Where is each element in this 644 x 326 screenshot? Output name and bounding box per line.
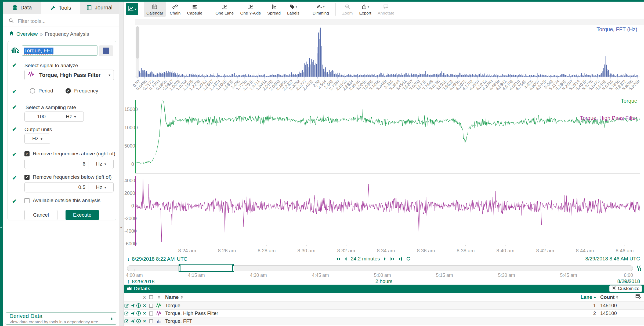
toolbar-button-capsule[interactable]: Capsule	[184, 2, 205, 17]
collapse-sidebar-icon[interactable]: «	[120, 225, 123, 229]
hpf-chart[interactable]	[135, 176, 640, 246]
cancel-button[interactable]: Cancel	[24, 210, 57, 220]
range-start-timezone[interactable]: UTC	[177, 256, 187, 262]
select-all-checkbox[interactable]	[149, 295, 153, 299]
period-radio[interactable]	[30, 88, 35, 94]
display-range-end[interactable]: 8/29/2018 8:46 AM UTC	[585, 256, 640, 262]
edit-item-icon[interactable]	[124, 319, 130, 324]
collapse-left-rail-icon[interactable]: «	[0, 225, 3, 229]
chevron-right-icon: ›	[110, 314, 113, 323]
range-end-timezone[interactable]: UTC	[629, 256, 640, 262]
range-handle-left[interactable]	[179, 264, 180, 272]
refresh-icon[interactable]	[406, 257, 411, 261]
step-back-half-icon[interactable]	[344, 257, 347, 261]
remove-item-icon[interactable]: ×	[142, 311, 147, 315]
send-item-icon[interactable]	[130, 303, 136, 308]
toolbar-button-chain[interactable]: Chain	[167, 2, 183, 17]
toolbar-button-label: Spread	[267, 11, 281, 16]
remove-item-icon[interactable]: ×	[142, 304, 147, 307]
available-outside-checkbox[interactable]	[24, 198, 30, 203]
frequency-radio-checked[interactable]: ✔	[66, 88, 71, 94]
step-forward-full-icon[interactable]	[390, 257, 395, 261]
send-item-icon[interactable]	[130, 311, 136, 316]
result-name-input[interactable]: Torque, FFT	[22, 45, 97, 56]
item-checkbox[interactable]	[149, 311, 153, 316]
sampling-rate-label: Select a sampling rate	[26, 105, 76, 110]
tab-data[interactable]: Data	[3, 2, 41, 14]
item-info-icon[interactable]	[136, 319, 142, 324]
time-axis-label: 8:40 am	[497, 248, 515, 254]
item-info-icon[interactable]	[136, 311, 142, 316]
step-forward-half-icon[interactable]	[384, 257, 386, 261]
edit-item-icon[interactable]	[124, 311, 130, 316]
toolbar-button-one-lane[interactable]: One Lane	[213, 2, 236, 17]
toolbar-button-calendar[interactable]: Calendar	[144, 2, 166, 17]
item-name[interactable]: Torque, FFT	[165, 318, 192, 324]
range-duration[interactable]: 24.2 minutes	[351, 256, 380, 262]
derived-data-card[interactable]: Derived Data View data created by tools …	[5, 312, 117, 325]
timeline-end-date[interactable]: 8/29/2018	[617, 278, 640, 284]
chain-icon	[172, 4, 178, 10]
item-checkbox[interactable]	[149, 304, 153, 308]
range-handle-right[interactable]	[232, 264, 234, 272]
onelane-icon	[222, 4, 227, 10]
timeline-tick-label: 5:15 am	[436, 273, 453, 278]
color-picker-button[interactable]	[99, 45, 113, 56]
signal-select-dropdown[interactable]: Torque, High Pass Filter ▾	[24, 70, 114, 80]
sort-by-count-icon[interactable]	[616, 296, 618, 299]
breadcrumb-overview[interactable]: Overview	[16, 31, 38, 37]
customize-button[interactable]: Customize	[609, 285, 642, 292]
count-column-header[interactable]: Count	[600, 294, 614, 300]
torque-chart[interactable]	[135, 100, 640, 174]
remove-above-checkbox-checked[interactable]: ✔	[24, 151, 30, 156]
step-check-icon: ✔	[12, 62, 17, 69]
edit-item-icon[interactable]	[124, 303, 130, 308]
breadcrumb-current: Frequency Analysis	[45, 31, 89, 37]
chart-toolbar: ▾ CalendarChainCapsuleOne LaneOne Y-Axis…	[124, 2, 644, 18]
remove-above-input[interactable]: 6	[24, 159, 89, 169]
filter-tools-search[interactable]: Filter tools...	[3, 17, 119, 27]
remove-above-unit-select[interactable]: Hz▾	[89, 159, 114, 169]
step-to-end-icon[interactable]	[399, 257, 402, 261]
lane-column-header[interactable]: Lane	[581, 294, 592, 300]
home-icon[interactable]	[9, 31, 14, 37]
details-row-torque[interactable]: ×Torque1145100	[124, 302, 644, 310]
toolbar-button-dimming[interactable]: ▾Dimming	[310, 2, 332, 17]
toolbar-button-one-y-axis[interactable]: One Y-Axis	[237, 2, 263, 17]
details-row-torque-fft[interactable]: ×Torque, FFT	[124, 317, 644, 325]
sort-by-type-icon[interactable]	[158, 296, 160, 299]
sampling-rate-input[interactable]: 100	[24, 112, 58, 122]
item-name[interactable]: Torque, High Pass Filter	[165, 310, 218, 316]
execute-button[interactable]: Execute	[66, 210, 99, 220]
panel-divider[interactable]: «	[119, 2, 124, 326]
range-selection-box[interactable]	[179, 264, 234, 272]
output-units-select[interactable]: Hz▾	[24, 134, 50, 144]
view-selector-button[interactable]: ▾	[126, 3, 138, 15]
sort-by-name-icon[interactable]	[181, 296, 183, 299]
item-info-icon[interactable]	[136, 303, 142, 308]
range-track[interactable]	[127, 265, 633, 271]
display-range-start[interactable]: ↓ 8/29/2018 8:22 AM UTC	[127, 256, 187, 262]
remove-below-unit-select[interactable]: Hz▾	[89, 182, 114, 192]
toolbar-button-spread[interactable]: Spread	[265, 2, 283, 17]
item-name[interactable]: Torque	[165, 303, 180, 309]
sampling-unit-select[interactable]: Hz▾	[58, 112, 84, 122]
fft-chart[interactable]	[135, 25, 640, 79]
details-row-torque-high-pass-filter[interactable]: ×Torque, High Pass Filter2145100	[124, 310, 644, 317]
name-column-header[interactable]: Name	[165, 294, 179, 300]
toolbar-button-export[interactable]: ▾Export	[357, 2, 374, 17]
auto-update-icon[interactable]	[636, 265, 642, 273]
tab-journal[interactable]: Journal	[80, 2, 119, 14]
add-column-icon[interactable]	[635, 294, 641, 300]
remove-item-icon[interactable]: ×	[142, 319, 147, 323]
remove-below-checkbox-checked[interactable]: ✔	[24, 175, 30, 180]
toolbar-button-labels[interactable]: ▾Labels	[284, 2, 302, 17]
remove-below-input[interactable]: 0.5	[24, 182, 89, 192]
remove-below-label: Remove frequencies below (left of)	[33, 174, 112, 180]
send-item-icon[interactable]	[130, 319, 136, 324]
item-checkbox[interactable]	[149, 319, 153, 323]
remove-all-header[interactable]: x	[143, 295, 146, 300]
timeline-range-duration[interactable]: 2 hours	[124, 278, 644, 284]
tab-tools[interactable]: Tools	[41, 2, 80, 14]
step-back-full-icon[interactable]	[336, 257, 341, 261]
